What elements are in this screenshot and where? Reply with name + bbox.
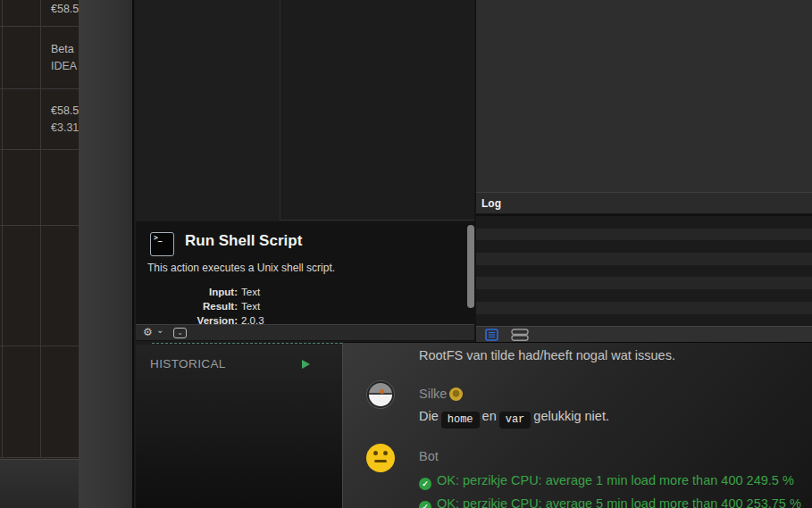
log-view-toolbar — [476, 326, 812, 342]
table-row[interactable]: BetaIDEA — [0, 27, 79, 89]
inline-code-home: home — [441, 412, 480, 429]
chat-username[interactable]: Silke — [419, 387, 447, 401]
table-footer-bar — [0, 459, 79, 508]
action-description-panel: >_ Run Shell Script This action executes… — [136, 221, 476, 324]
check-mark-icon: ✓ — [419, 501, 431, 508]
actions-library-pane[interactable] — [136, 0, 476, 221]
action-description: This action executes a Unix shell script… — [147, 262, 335, 274]
action-title: Run Shell Script — [185, 232, 302, 250]
log-entries-list[interactable] — [476, 216, 812, 326]
action-info-result: Result:Text — [136, 301, 377, 312]
silke-avatar[interactable] — [367, 381, 394, 408]
chat-ok-message: ✓OK: perzikje CPU: average 5 min load mo… — [419, 496, 801, 508]
log-window: Log — [474, 0, 812, 342]
library-categories-column[interactable] — [136, 0, 280, 221]
table-row[interactable]: €58.5€3.31 — [0, 89, 79, 150]
scrollbar-thumb[interactable] — [467, 225, 474, 308]
table-row[interactable] — [0, 150, 79, 226]
grouped-view-icon[interactable] — [511, 329, 529, 341]
list-view-icon[interactable] — [485, 329, 498, 341]
options-dropdown-icon[interactable]: ⌄ — [173, 328, 187, 338]
log-panel-header: Log — [476, 192, 812, 214]
action-info-input: Input:Text — [136, 287, 377, 297]
terminal-icon: >_ — [150, 232, 174, 256]
chevron-down-icon[interactable]: ⌄ — [156, 325, 163, 335]
table-cell-value: BetaIDEA — [51, 43, 77, 72]
check-mark-icon: ✓ — [419, 478, 431, 490]
background-table-window: €58.5 BetaIDEA €58.5€3.31 — [0, 0, 79, 508]
chat-message: RootFS van tilde had/heeft nogal wat iss… — [419, 348, 675, 362]
table-cell-value: €58.5€3.31 — [51, 104, 79, 134]
gear-icon[interactable]: ⚙ — [143, 326, 153, 338]
chat-message: Diehomeenvargelukkig niet. — [419, 409, 609, 429]
bot-avatar[interactable] — [366, 444, 395, 472]
log-output-canvas — [476, 0, 812, 192]
table-row[interactable] — [0, 346, 79, 458]
table-row[interactable] — [0, 226, 79, 346]
historical-header[interactable]: HISTORICAL — [150, 357, 226, 371]
background-window-edge — [79, 0, 132, 508]
table-cell-value: €58.5 — [51, 3, 79, 15]
automator-footer-toolbar: ⚙ ⌄ ⌄ — [136, 324, 476, 341]
inline-code-var: var — [499, 412, 532, 429]
disclosure-triangle-icon[interactable] — [302, 360, 310, 369]
chat-window: RootFS van tilde had/heeft nogal wat iss… — [342, 342, 812, 508]
chat-ok-message: ✓OK: perzikje CPU: average 1 min load mo… — [419, 473, 794, 490]
gold-status-emoji-icon — [449, 387, 463, 401]
table-row[interactable]: €58.5 — [0, 0, 79, 27]
chat-username[interactable]: Bot — [419, 449, 439, 463]
